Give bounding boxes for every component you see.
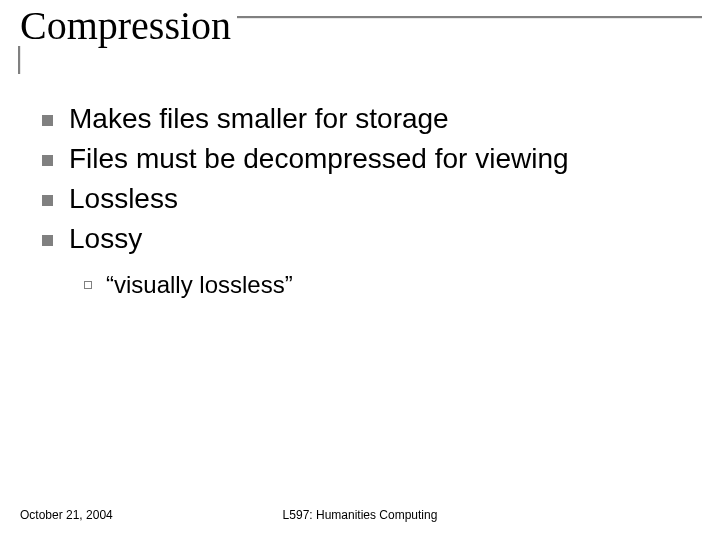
bullet-text: Files must be decompressed for viewing	[69, 142, 569, 176]
footer-center: L597: Humanities Computing	[0, 508, 720, 522]
slide-title: Compression	[16, 6, 237, 46]
bullet-item: Makes files smaller for storage	[42, 102, 682, 136]
bullet-text: Lossy	[69, 222, 142, 256]
slide: Compression Makes files smaller for stor…	[0, 0, 720, 540]
bullet-icon	[42, 195, 53, 206]
bullet-text: Makes files smaller for storage	[69, 102, 449, 136]
bullet-item: Lossy	[42, 222, 682, 256]
sub-bullet-item: “visually lossless”	[84, 271, 682, 299]
bullet-icon	[42, 235, 53, 246]
bullet-icon	[42, 115, 53, 126]
bullet-icon	[42, 155, 53, 166]
title-area: Compression	[18, 6, 702, 46]
bullet-item: Files must be decompressed for viewing	[42, 142, 682, 176]
bullet-text: Lossless	[69, 182, 178, 216]
sub-bullet-text: “visually lossless”	[106, 271, 293, 299]
bullet-item: Lossless	[42, 182, 682, 216]
body-area: Makes files smaller for storage Files mu…	[42, 102, 682, 299]
sub-bullet-icon	[84, 281, 92, 289]
